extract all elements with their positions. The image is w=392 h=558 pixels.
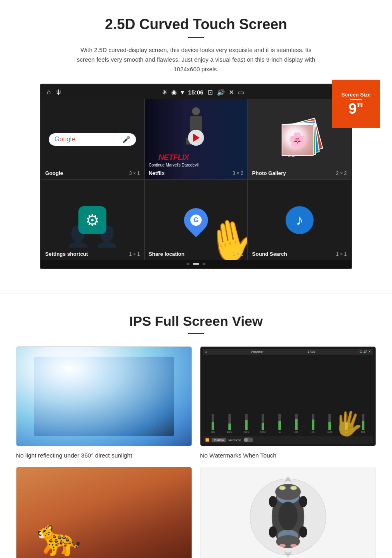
eq-bar-bg-2 <box>228 414 231 430</box>
amp-prev-icon: ⏪ <box>205 438 209 442</box>
amp-custom-btn: Custom <box>212 438 226 442</box>
eq-label-4: 500hz <box>260 431 266 433</box>
amp-eq-body: 60hz 100hz 200hz <box>203 355 373 436</box>
eq-label-7: 10k <box>312 431 315 433</box>
netflix-app-name: Netflix <box>149 170 165 176</box>
loudness-toggle[interactable] <box>244 438 253 442</box>
nav-dot-3 <box>202 263 206 265</box>
eq-label-2: 100hz <box>227 431 232 433</box>
cheetah-image: 🐆 <box>16 467 192 558</box>
eq-col-3: 200hz <box>238 414 254 433</box>
eq-col-6: 2.5k <box>289 414 304 433</box>
svg-point-7 <box>299 496 307 507</box>
amp-loudness-label: loudness <box>228 438 241 442</box>
eq-bar-bg-3 <box>245 414 248 430</box>
amp-title-text: Amplifier <box>251 350 264 354</box>
sunlight-label: No light reflecting under 360° direct su… <box>16 452 192 459</box>
eq-col-1: 60hz <box>205 414 221 433</box>
eq-bar-bg-7 <box>312 414 314 430</box>
eq-bar-fill-1 <box>212 422 214 430</box>
usb-icon: ψ <box>56 88 61 96</box>
netflix-bg <box>145 99 248 179</box>
bluetooth-icon: ✳ <box>162 88 167 96</box>
car-svg <box>248 473 328 558</box>
sound-app-name: Sound Search <box>252 251 287 257</box>
svg-point-13 <box>279 544 286 547</box>
curved-touch-screen-section: 2.5D Curved Touch Screen With 2.5D curve… <box>0 0 392 281</box>
eq-bars: 60hz 100hz 200hz <box>204 412 372 435</box>
eq-bar-fill-3 <box>245 420 248 430</box>
car-image <box>200 467 376 558</box>
eq-label-3: 200hz <box>244 431 249 433</box>
gallery-app-name: Photo Gallery <box>252 170 286 176</box>
svg-point-8 <box>269 526 277 538</box>
google-mic-icon[interactable]: 🎤 <box>122 136 130 143</box>
sunlight-visual <box>34 357 174 436</box>
amp-home: ⌂ <box>205 350 207 354</box>
app-cell-share[interactable]: G 🤚 Share location 1 × 1 <box>145 180 248 260</box>
share-app-name: Share location <box>149 251 185 257</box>
svg-point-4 <box>275 484 301 500</box>
eq-bar-bg-8 <box>328 414 331 430</box>
ips-item-amplifier: ⌂ Amplifier 17:33 ⊡ 🔊 ✕ 60hz <box>200 346 376 459</box>
android-device: ⌂ ψ ✳ ◉ ▾ 15:06 ⊡ 🔊 ✕ ▭ <box>40 84 352 269</box>
ips-title: IPS Full Screen View <box>16 313 376 329</box>
cheetah-emoji: 🐆 <box>36 516 81 558</box>
person-head <box>192 107 200 115</box>
ghost-icon-2: 👤 <box>94 225 119 248</box>
eq-col-5: 1k <box>272 414 288 433</box>
netflix-continue: Continue Marvel's Daredevil <box>149 163 199 167</box>
svg-point-14 <box>290 544 297 547</box>
google-search-bar[interactable]: Google 🎤 <box>49 133 136 146</box>
share-app-size: 1 × 1 <box>232 251 243 257</box>
app-cell-google[interactable]: Google 🎤 Google 3 × 1 <box>41 99 144 179</box>
window-icon: ▭ <box>238 88 244 96</box>
ips-divider <box>188 333 204 334</box>
google-label: Google 3 × 1 <box>45 170 140 176</box>
eq-label-1: 60hz <box>211 431 215 433</box>
app-cell-settings[interactable]: 👤 👤 ⚙ Settings shortcut 1 × 1 <box>41 180 144 260</box>
amplifier-label: No Watermarks When Touch <box>200 452 376 459</box>
gallery-app-size: 2 × 2 <box>336 171 347 176</box>
nav-dots <box>41 260 351 268</box>
android-screen: ⌂ ψ ✳ ◉ ▾ 15:06 ⊡ 🔊 ✕ ▭ <box>40 84 352 269</box>
eq-bar-fill-7 <box>312 420 314 430</box>
netflix-logo: NETFLIX <box>149 153 199 162</box>
eq-label-6: 2.5k <box>294 431 298 433</box>
netflix-label: Netflix 3 × 2 <box>149 170 244 176</box>
maps-icon-wrapper: G <box>184 208 208 232</box>
share-label: Share location 1 × 1 <box>149 251 244 257</box>
eq-bar-bg-1 <box>212 414 214 430</box>
ips-item-sunlight: No light reflecting under 360° direct su… <box>16 346 192 459</box>
maps-pin: G <box>179 203 213 237</box>
sound-app-size: 1 × 1 <box>336 251 347 257</box>
status-bar: ⌂ ψ ✳ ◉ ▾ 15:06 ⊡ 🔊 ✕ ▭ <box>41 85 351 99</box>
eq-col-7: 10k <box>305 414 321 433</box>
screen-size-badge: Screen Size 9" <box>332 80 380 128</box>
google-app-name: Google <box>45 170 63 176</box>
x-icon: ✕ <box>229 88 234 96</box>
status-bar-left: ⌂ ψ <box>47 88 61 96</box>
badge-divider <box>350 99 362 100</box>
netflix-app-size: 3 × 2 <box>232 171 243 176</box>
amplifier-image: ⌂ Amplifier 17:33 ⊡ 🔊 ✕ 60hz <box>200 346 376 446</box>
svg-point-10 <box>278 502 298 530</box>
app-cell-netflix[interactable]: NETFLIX Continue Marvel's Daredevil Netf… <box>145 99 248 179</box>
car-top-view <box>200 467 376 558</box>
eq-bar-bg-5 <box>278 414 281 430</box>
app-cell-sound[interactable]: ♪ Sound Search 1 × 1 <box>248 180 351 260</box>
settings-app-size: 1 × 1 <box>129 251 140 257</box>
eq-label-5: 1k <box>279 431 281 433</box>
ghost-icon-1: 👤 <box>66 225 90 248</box>
eq-bar-fill-2 <box>228 424 231 430</box>
status-time: 15:06 <box>188 89 203 96</box>
eq-col-2: 100hz <box>222 414 238 433</box>
wifi-icon: ▾ <box>181 88 184 96</box>
eq-col-4: 500hz <box>255 414 271 433</box>
play-button[interactable] <box>188 130 204 146</box>
svg-point-9 <box>299 526 307 538</box>
home-icon[interactable]: ⌂ <box>47 88 51 96</box>
amp-icons: ⊡ 🔊 ✕ <box>360 350 371 354</box>
maps-g-letter: G <box>194 217 198 224</box>
app-grid: Google 🎤 Google 3 × 1 <box>41 99 351 260</box>
